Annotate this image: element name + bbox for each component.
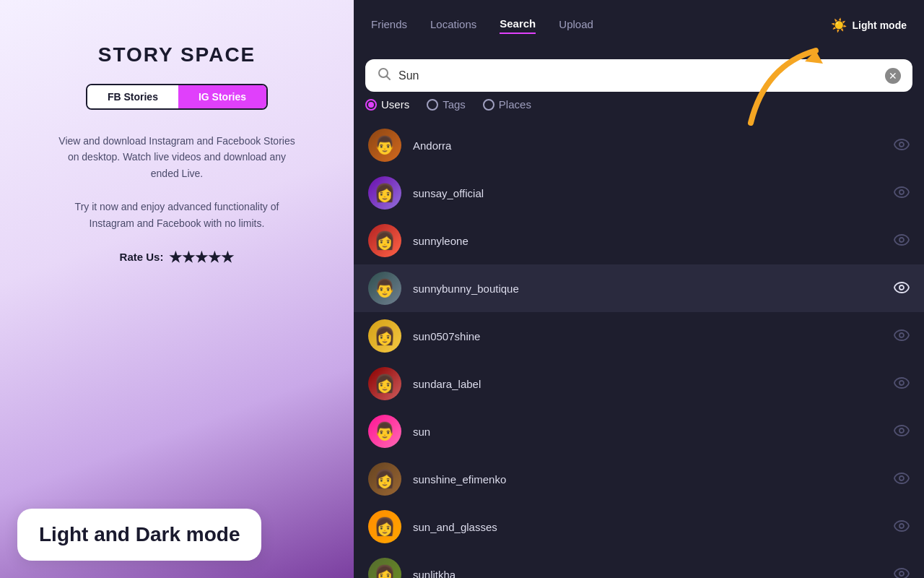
eye-icon[interactable] bbox=[894, 376, 910, 392]
avatar: 👩 bbox=[368, 462, 401, 496]
svg-point-6 bbox=[899, 285, 904, 290]
eye-icon[interactable] bbox=[894, 471, 910, 488]
list-item[interactable]: 👨 sunnybunny_boutique bbox=[354, 264, 924, 312]
search-input[interactable] bbox=[398, 69, 878, 82]
app-title: STORY SPACE bbox=[98, 43, 256, 66]
list-item[interactable]: 👩 sunnyleone bbox=[354, 217, 924, 264]
eye-icon[interactable] bbox=[894, 280, 910, 297]
radio-places bbox=[483, 99, 494, 111]
svg-point-11 bbox=[899, 524, 904, 528]
app-description-1: View and download Instagram and Facebook… bbox=[54, 133, 300, 181]
avatar: 👩 bbox=[368, 224, 401, 257]
svg-point-3 bbox=[899, 142, 904, 147]
avatar: 👩 bbox=[368, 558, 401, 578]
filter-users[interactable]: Users bbox=[365, 98, 409, 111]
username-label: sunsay_official bbox=[413, 187, 894, 199]
eye-icon[interactable] bbox=[894, 233, 910, 249]
fb-stories-button[interactable]: FB Stories bbox=[87, 85, 178, 108]
light-mode-button[interactable]: ☀️ Light mode bbox=[831, 17, 907, 33]
svg-point-7 bbox=[899, 333, 904, 337]
username-label: Andorra bbox=[413, 139, 894, 152]
list-item[interactable]: 👨 sun bbox=[354, 407, 924, 455]
search-box: ✕ bbox=[365, 59, 912, 92]
avatar: 👨 bbox=[368, 415, 401, 448]
list-item[interactable]: 👩 sunshine_efimenko bbox=[354, 455, 924, 503]
sun-icon: ☀️ bbox=[831, 17, 847, 33]
rating-label: Rate Us: bbox=[120, 251, 164, 263]
list-item[interactable]: 👩 sun_and_glasses bbox=[354, 503, 924, 551]
avatar: 👩 bbox=[368, 510, 401, 543]
search-clear-button[interactable]: ✕ bbox=[885, 68, 901, 84]
username-label: sundara_label bbox=[413, 378, 894, 390]
list-item[interactable]: 👩 sunlitkha bbox=[354, 551, 924, 578]
svg-point-4 bbox=[899, 190, 904, 194]
eye-icon[interactable] bbox=[894, 423, 910, 440]
nav-bar: Friends Locations Search Upload ☀️ Light… bbox=[354, 0, 924, 51]
search-icon bbox=[377, 66, 391, 85]
nav-search[interactable]: Search bbox=[500, 17, 536, 34]
nav-friends[interactable]: Friends bbox=[371, 18, 407, 33]
app-description-2: Try it now and enjoy advanced functional… bbox=[54, 199, 300, 231]
ig-stories-button[interactable]: IG Stories bbox=[178, 85, 266, 108]
nav-upload[interactable]: Upload bbox=[559, 18, 593, 33]
eye-icon[interactable] bbox=[894, 137, 910, 154]
eye-icon[interactable] bbox=[894, 185, 910, 202]
svg-point-10 bbox=[899, 476, 904, 480]
svg-point-9 bbox=[899, 428, 904, 433]
username-label: sun_and_glasses bbox=[413, 521, 894, 533]
filter-tabs: Users Tags Places bbox=[354, 92, 924, 116]
avatar: 👩 bbox=[368, 176, 401, 210]
eye-icon[interactable] bbox=[894, 519, 910, 535]
username-label: sun bbox=[413, 426, 894, 438]
avatar: 👨 bbox=[368, 129, 401, 162]
svg-line-2 bbox=[387, 77, 391, 80]
svg-point-5 bbox=[899, 238, 904, 242]
radio-users bbox=[365, 99, 377, 111]
username-label: sunlitkha bbox=[413, 569, 894, 579]
filter-places[interactable]: Places bbox=[483, 98, 531, 111]
results-list[interactable]: 👨 Andorra 👩 sunsay_official bbox=[354, 121, 924, 578]
avatar: 👩 bbox=[368, 319, 401, 353]
list-item[interactable]: 👩 sunsay_official bbox=[354, 169, 924, 217]
nav-links: Friends Locations Search Upload bbox=[371, 17, 593, 34]
filter-tags[interactable]: Tags bbox=[427, 98, 466, 111]
left-panel: STORY SPACE FB Stories IG Stories View a… bbox=[0, 0, 354, 578]
nav-locations[interactable]: Locations bbox=[430, 18, 476, 33]
story-buttons: FB Stories IG Stories bbox=[86, 84, 268, 110]
stars: ★★★★★ bbox=[169, 249, 234, 266]
avatar: 👨 bbox=[368, 272, 401, 305]
username-label: sunnyleone bbox=[413, 235, 894, 247]
username-label: sun0507shine bbox=[413, 330, 894, 342]
username-label: sunshine_efimenko bbox=[413, 473, 894, 486]
eye-icon[interactable] bbox=[894, 328, 910, 345]
dark-mode-badge: Light and Dark mode bbox=[17, 509, 261, 561]
avatar: 👩 bbox=[368, 367, 401, 400]
eye-icon[interactable] bbox=[894, 566, 910, 579]
username-label: sunnybunny_boutique bbox=[413, 282, 894, 295]
list-item[interactable]: 👨 Andorra bbox=[354, 121, 924, 169]
list-item[interactable]: 👩 sun0507shine bbox=[354, 312, 924, 360]
rating-row: Rate Us: ★★★★★ bbox=[120, 249, 235, 266]
svg-point-8 bbox=[899, 381, 904, 385]
list-item[interactable]: 👩 sundara_label bbox=[354, 360, 924, 407]
radio-tags bbox=[427, 99, 438, 111]
svg-point-12 bbox=[899, 571, 904, 576]
